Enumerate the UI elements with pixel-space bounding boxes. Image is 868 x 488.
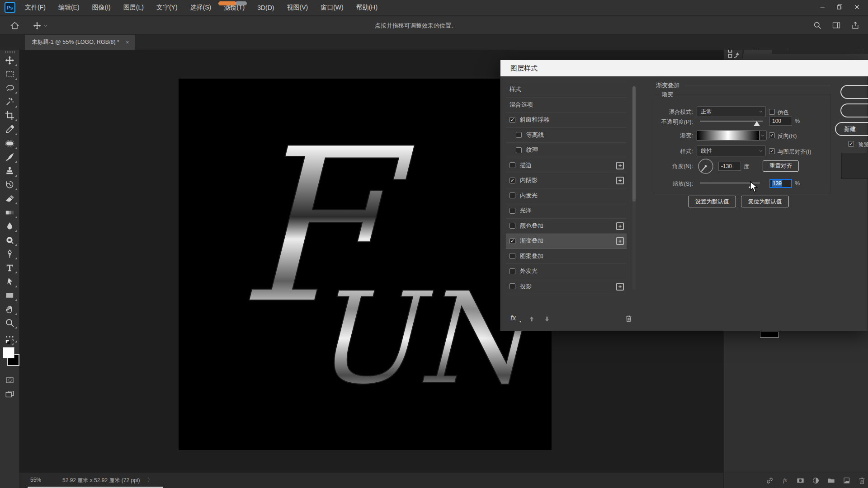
- eraser-tool[interactable]: [5, 193, 15, 204]
- color-swatch[interactable]: [760, 332, 779, 338]
- cancel-button[interactable]: [840, 103, 868, 117]
- history-brush-tool[interactable]: [5, 179, 15, 190]
- link-icon[interactable]: [765, 476, 774, 485]
- document-image[interactable]: F UN: [179, 79, 552, 450]
- clone-stamp-tool[interactable]: [5, 166, 15, 176]
- gradient-tool[interactable]: [5, 207, 15, 218]
- add-effect-icon[interactable]: +: [616, 162, 624, 169]
- group-folder-icon[interactable]: [827, 476, 835, 485]
- preview-checkbox[interactable]: [848, 141, 854, 147]
- menu-item[interactable]: 编辑(E): [58, 4, 80, 12]
- scrollbar-thumb[interactable]: [632, 86, 636, 202]
- screen-mode-icon[interactable]: [4, 389, 15, 399]
- move-effect-down-icon[interactable]: [543, 315, 551, 323]
- adjustment-icon[interactable]: [811, 476, 820, 485]
- lasso-tool[interactable]: [5, 83, 15, 93]
- move-tool[interactable]: [5, 55, 15, 66]
- new-style-button[interactable]: 新建: [835, 122, 868, 136]
- style-dropdown[interactable]: 线性: [697, 145, 766, 156]
- pen-tool[interactable]: [5, 249, 15, 259]
- zoom-tool[interactable]: [5, 318, 15, 328]
- opacity-slider-thumb[interactable]: [754, 121, 760, 126]
- new-layer-icon[interactable]: [842, 476, 851, 485]
- menu-item[interactable]: 文件(F): [25, 4, 46, 12]
- brush-tool[interactable]: [5, 152, 15, 162]
- style-checkbox[interactable]: [509, 192, 515, 198]
- status-chevron-icon[interactable]: 〉: [147, 476, 153, 484]
- style-list-item[interactable]: 投影+: [506, 279, 627, 295]
- reverse-checkbox[interactable]: [769, 132, 775, 138]
- style-checkbox[interactable]: [509, 117, 515, 123]
- close-window-icon[interactable]: [848, 0, 865, 14]
- style-list-item[interactable]: 描边+: [506, 158, 627, 174]
- eyedropper-tool[interactable]: [5, 124, 15, 135]
- reset-align-button[interactable]: 重置对齐: [763, 160, 799, 172]
- dialog-title-bar[interactable]: 图层样式: [500, 60, 868, 76]
- menu-item[interactable]: 3D(D): [257, 4, 274, 11]
- blend-mode-dropdown[interactable]: 正常: [697, 106, 766, 117]
- magic-wand-tool[interactable]: [5, 97, 15, 107]
- blur-tool[interactable]: [5, 221, 15, 231]
- swap-colors-icon[interactable]: [2, 338, 18, 347]
- ok-button[interactable]: [840, 85, 868, 99]
- style-checkbox[interactable]: [509, 268, 515, 274]
- add-effect-icon[interactable]: +: [616, 283, 624, 291]
- minimize-window-icon[interactable]: [814, 0, 831, 14]
- style-checkbox[interactable]: [509, 223, 515, 229]
- fx-icon[interactable]: fx: [781, 476, 789, 485]
- crop-tool[interactable]: [5, 110, 15, 121]
- dither-checkbox[interactable]: [769, 109, 775, 115]
- style-list-item[interactable]: 斜面和浮雕: [506, 113, 627, 128]
- style-list-scrollbar[interactable]: [632, 86, 636, 290]
- menu-item[interactable]: 帮助(H): [356, 4, 377, 12]
- document-tab[interactable]: 未标题-1 @ 55% (LOGO, RGB/8) * ×: [25, 35, 135, 50]
- shape-tool[interactable]: [5, 290, 15, 300]
- tab-close-icon[interactable]: ×: [126, 39, 129, 46]
- add-effect-icon[interactable]: +: [616, 222, 624, 230]
- style-list-item[interactable]: 内阴影+: [506, 173, 627, 188]
- style-list-item[interactable]: 图案叠加: [506, 249, 627, 264]
- foreground-color-swatch[interactable]: [3, 347, 14, 358]
- style-list-item[interactable]: 混合选项: [506, 98, 627, 113]
- menu-item[interactable]: 窗口(W): [321, 4, 344, 12]
- angle-dial[interactable]: [697, 157, 715, 175]
- scale-field[interactable]: 139: [769, 179, 792, 188]
- type-tool[interactable]: [5, 263, 15, 273]
- chevron-down-icon[interactable]: [43, 23, 48, 28]
- style-list-item[interactable]: 光泽: [506, 203, 627, 219]
- move-tool-icon[interactable]: [33, 21, 42, 30]
- layer-mask-icon[interactable]: [796, 476, 805, 485]
- share-icon[interactable]: [851, 21, 860, 30]
- dodge-tool[interactable]: [5, 235, 15, 245]
- set-default-button[interactable]: 设置为默认值: [688, 196, 736, 207]
- hand-tool[interactable]: [5, 304, 15, 314]
- angle-field[interactable]: -130: [718, 162, 741, 171]
- style-checkbox[interactable]: [509, 253, 515, 259]
- add-effect-icon[interactable]: +: [616, 177, 624, 184]
- add-effect-icon[interactable]: +: [616, 237, 624, 245]
- style-list-item[interactable]: 纹理: [506, 143, 627, 158]
- reset-default-button[interactable]: 复位为默认值: [741, 196, 789, 207]
- home-icon[interactable]: [10, 21, 19, 30]
- align-with-layer-checkbox[interactable]: [769, 148, 775, 154]
- style-checkbox[interactable]: [516, 132, 522, 138]
- delete-effect-icon[interactable]: [624, 314, 633, 323]
- style-checkbox[interactable]: [509, 178, 515, 183]
- menu-item[interactable]: 视图(V): [287, 4, 308, 12]
- toolbar-grip[interactable]: [5, 51, 15, 53]
- style-checkbox[interactable]: [509, 238, 515, 244]
- healing-brush-tool[interactable]: [5, 138, 15, 149]
- style-list-item[interactable]: 颜色叠加+: [506, 219, 627, 234]
- path-select-tool[interactable]: [5, 277, 15, 287]
- fx-menu-button[interactable]: fx: [510, 314, 516, 322]
- menu-item[interactable]: 文字(Y): [156, 4, 178, 12]
- style-checkbox[interactable]: [509, 208, 515, 214]
- quick-mask-icon[interactable]: [4, 376, 15, 385]
- marquee-tool[interactable]: [5, 69, 15, 80]
- delete-icon[interactable]: [858, 476, 866, 485]
- style-list-item[interactable]: 等高线: [506, 128, 627, 143]
- gradient-preview[interactable]: [697, 130, 760, 141]
- move-effect-up-icon[interactable]: [528, 315, 536, 323]
- style-list-item[interactable]: 内发光: [506, 188, 627, 204]
- style-checkbox[interactable]: [509, 162, 515, 168]
